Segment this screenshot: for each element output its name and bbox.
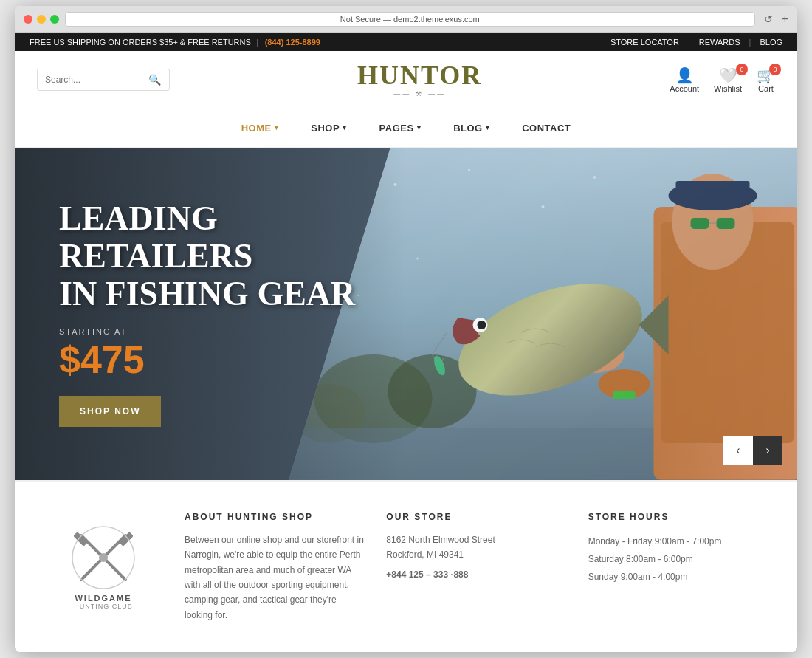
logo-left-rule: —— xyxy=(393,90,411,97)
cart-label: Cart xyxy=(758,84,774,93)
nav-shop-label: SHOP xyxy=(311,123,340,134)
nav-shop-arrow: ▾ xyxy=(343,124,347,131)
top-bar: FREE US SHIPPING ON ORDERS $35+ & FREE R… xyxy=(15,33,797,51)
traffic-lights xyxy=(24,15,59,24)
cart-button[interactable]: 🛒 0 Cart xyxy=(757,66,775,93)
store-phone[interactable]: +844 125 – 333 -888 xyxy=(386,567,565,582)
hero-starting-label: STARTING AT xyxy=(59,327,753,336)
nav-pages-arrow: ▾ xyxy=(417,124,422,131)
separator-1: | xyxy=(688,38,690,47)
logo-right-rule: —— xyxy=(428,90,446,97)
nav-item-blog[interactable]: BLOG ▾ xyxy=(437,109,506,147)
hero-content: LEADING RETAILERS IN FISHING GEAR STARTI… xyxy=(15,148,797,480)
info-logo-sub: HUNTING CLUB xyxy=(74,603,133,610)
store-title: OUR STORE xyxy=(386,512,565,522)
hero-title: LEADING RETAILERS IN FISHING GEAR xyxy=(59,200,413,312)
wishlist-icon: 🤍 xyxy=(719,66,737,84)
nav-item-home[interactable]: HOME ▾ xyxy=(225,109,295,147)
nav-items: HOME ▾ SHOP ▾ PAGES ▾ BLOG ▾ CONTACT xyxy=(225,109,588,147)
hero-prev-button[interactable]: ‹ xyxy=(723,436,753,465)
maximize-traffic-light[interactable] xyxy=(50,15,59,24)
minimize-traffic-light[interactable] xyxy=(37,15,46,24)
search-input[interactable] xyxy=(45,75,148,85)
hours-title: STORE HOURS xyxy=(588,512,768,522)
shipping-text: FREE US SHIPPING ON ORDERS $35+ & FREE R… xyxy=(30,38,251,47)
search-box[interactable]: 🔍 xyxy=(37,69,170,91)
cart-badge: 0 xyxy=(769,64,781,75)
logo-icon: ⚒ xyxy=(416,90,424,97)
nav-blog-arrow: ▾ xyxy=(486,124,490,131)
address-bar[interactable]: Not Secure — demo2.themelexus.com xyxy=(65,12,755,27)
hero-next-button[interactable]: › xyxy=(753,436,782,465)
account-label: Account xyxy=(670,84,699,93)
top-bar-separator: | xyxy=(257,38,259,47)
nav-item-contact[interactable]: CONTACT xyxy=(506,109,587,147)
nav-home-arrow: ▾ xyxy=(275,124,279,131)
nav-pages-label: PAGES xyxy=(379,123,414,134)
about-column: ABOUT HUNTING SHOP Between our online sh… xyxy=(185,512,364,623)
header-actions: 👤 Account 🤍 0 Wishlist 🛒 0 Cart xyxy=(670,66,775,93)
account-icon: 👤 xyxy=(675,66,694,84)
store-address2: Rockford, MI 49341 xyxy=(386,547,565,562)
account-button[interactable]: 👤 Account xyxy=(670,66,699,93)
info-section: WILDGAME HUNTING CLUB ABOUT HUNTING SHOP… xyxy=(15,480,797,652)
new-tab-button[interactable]: + xyxy=(782,13,788,26)
store-locator-link[interactable]: STORE LOCATOR xyxy=(610,38,679,47)
about-title: ABOUT HUNTING SHOP xyxy=(185,512,364,522)
browser-chrome: Not Secure — demo2.themelexus.com ↺ + xyxy=(15,6,797,33)
wishlist-badge: 0 xyxy=(736,64,748,75)
svg-point-32 xyxy=(99,553,108,562)
hero-nav: ‹ › xyxy=(723,436,782,465)
info-logo-name: WILDGAME xyxy=(75,594,131,603)
hero-price: $475 xyxy=(59,339,753,381)
rewards-link[interactable]: REWARDS xyxy=(699,38,740,47)
top-bar-left: FREE US SHIPPING ON ORDERS $35+ & FREE R… xyxy=(30,38,320,47)
site-header: 🔍 HUNTOR —— ⚒ —— 👤 Account 🤍 0 Wishlist … xyxy=(15,51,797,109)
hours-sun: Sunday 9:00am - 4:00pm xyxy=(588,568,768,586)
close-traffic-light[interactable] xyxy=(24,15,32,24)
logo-text: HUNTOR xyxy=(357,62,482,89)
logo-subtitle: —— ⚒ —— xyxy=(357,90,482,97)
main-nav: HOME ▾ SHOP ▾ PAGES ▾ BLOG ▾ CONTACT xyxy=(15,109,797,148)
hours-sat: Saturday 8:00am - 6:00pm xyxy=(588,550,768,568)
site-logo[interactable]: HUNTOR —— ⚒ —— xyxy=(357,62,482,97)
nav-contact-label: CONTACT xyxy=(522,123,571,134)
hero-title-line2: IN FISHING GEAR xyxy=(59,275,355,312)
reload-button[interactable]: ↺ xyxy=(764,13,773,25)
hero-title-line1: LEADING RETAILERS xyxy=(59,199,252,275)
blog-link[interactable]: BLOG xyxy=(760,38,782,47)
search-icon[interactable]: 🔍 xyxy=(148,74,161,86)
store-column: OUR STORE 8162 North Elmwood Street Rock… xyxy=(386,512,565,623)
store-address1: 8162 North Elmwood Street xyxy=(386,532,565,547)
hours-column: STORE HOURS Monday - Friday 9:00am - 7:0… xyxy=(588,512,768,623)
nav-item-shop[interactable]: SHOP ▾ xyxy=(295,109,362,147)
hours-mon-fri: Monday - Friday 9:00am - 7:00pm xyxy=(588,532,768,550)
phone-number[interactable]: (844) 125-8899 xyxy=(265,38,320,47)
hero-section: LEADING RETAILERS IN FISHING GEAR STARTI… xyxy=(15,148,797,480)
nav-item-pages[interactable]: PAGES ▾ xyxy=(363,109,438,147)
nav-home-label: HOME xyxy=(241,123,272,134)
about-text: Between our online shop and our storefro… xyxy=(185,532,364,623)
separator-2: | xyxy=(749,38,751,47)
top-bar-right: STORE LOCATOR | REWARDS | BLOG xyxy=(610,38,782,47)
info-logo: WILDGAME HUNTING CLUB xyxy=(44,512,162,623)
browser-window: Not Secure — demo2.themelexus.com ↺ + FR… xyxy=(15,6,797,652)
wishlist-button[interactable]: 🤍 0 Wishlist xyxy=(714,66,742,93)
wildgame-logo-svg xyxy=(70,524,137,591)
hero-shop-now-button[interactable]: SHOP NOW xyxy=(59,396,161,427)
wishlist-label: Wishlist xyxy=(714,84,742,93)
nav-blog-label: BLOG xyxy=(453,123,483,134)
